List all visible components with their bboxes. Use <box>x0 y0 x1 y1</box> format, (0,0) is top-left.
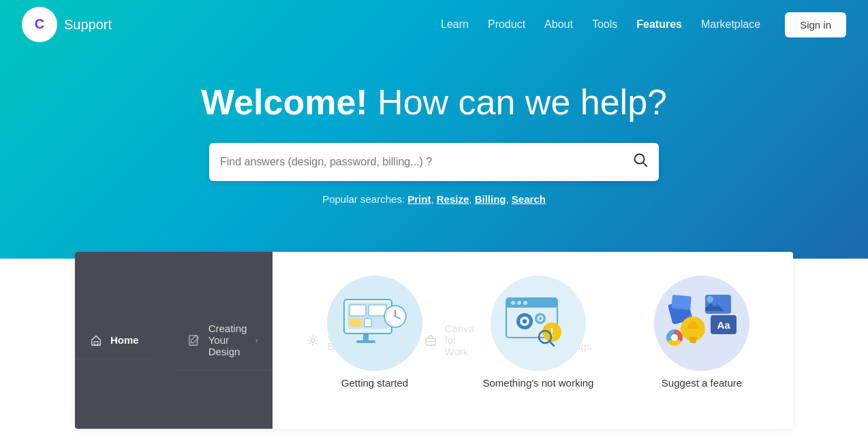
nav-tools[interactable]: Tools <box>592 18 617 31</box>
hero-title-normal: How can we help? <box>368 82 667 122</box>
chevron-right-icon-creating: › <box>255 336 258 345</box>
popular-resize[interactable]: Resize <box>437 193 469 205</box>
logo-support-text: Support <box>64 17 112 33</box>
chevron-right-icon-canvawork: › <box>482 336 485 345</box>
popular-label: Popular searches: <box>322 193 407 205</box>
svg-rect-49 <box>689 337 697 340</box>
warning-svg: ! <box>501 293 576 354</box>
svg-point-31 <box>523 301 527 305</box>
svg-rect-4 <box>94 341 97 344</box>
svg-point-37 <box>539 317 542 320</box>
sidebar-home-label: Home <box>110 334 139 346</box>
canva-logo-svg: C <box>27 12 52 37</box>
svg-rect-43 <box>671 295 692 310</box>
lightbulb-svg: Aa <box>664 291 739 356</box>
svg-rect-20 <box>369 305 386 316</box>
popular-searches: Popular searches: Print, Resize, Billing… <box>322 193 546 205</box>
edit-icon <box>188 334 200 346</box>
content-section: Home Creating Your Design › Account Basi… <box>75 252 793 429</box>
home-icon <box>90 334 102 346</box>
popular-print[interactable]: Print <box>407 193 431 205</box>
nav-learn[interactable]: Learn <box>441 18 469 31</box>
logo-link[interactable]: C Support <box>22 7 112 42</box>
sidebar-item-home[interactable]: Home <box>75 322 154 359</box>
sidebar-creating-label: Creating Your Design <box>208 323 247 357</box>
suggest-illustration: Aa <box>647 279 756 368</box>
getting-started-label: Getting started <box>341 377 408 389</box>
svg-rect-18 <box>356 340 375 343</box>
popular-search[interactable]: Search <box>512 193 546 205</box>
hero-title-bold: Welcome! <box>201 82 368 122</box>
svg-point-45 <box>707 296 713 303</box>
nav-product[interactable]: Product <box>488 18 525 31</box>
logo-icon: C <box>22 7 57 42</box>
signin-button[interactable]: Sign in <box>785 12 846 37</box>
header: C Support Learn Product About Tools Feat… <box>0 0 868 49</box>
suggest-label: Suggest a feature <box>662 377 742 389</box>
main-area: Getting started <box>273 252 804 429</box>
svg-line-41 <box>549 341 554 346</box>
search-input[interactable] <box>220 156 633 168</box>
search-button[interactable] <box>633 152 648 171</box>
gear-icon <box>307 334 319 346</box>
monitor-svg <box>337 293 412 354</box>
briefcase-icon <box>424 334 437 346</box>
svg-point-29 <box>511 301 515 305</box>
svg-rect-21 <box>350 319 362 327</box>
svg-point-34 <box>523 319 527 323</box>
nav-marketplace[interactable]: Marketplace <box>701 18 760 31</box>
svg-point-6 <box>311 338 315 342</box>
main-nav: Learn Product About Tools Features Marke… <box>441 12 846 37</box>
sidebar-item-canvawork[interactable]: Canva for Work › <box>409 310 500 370</box>
hero-title: Welcome! How can we help? <box>201 82 667 123</box>
svg-rect-50 <box>689 340 696 343</box>
svg-rect-22 <box>365 319 371 327</box>
svg-text:Aa: Aa <box>717 319 730 331</box>
nav-features[interactable]: Features <box>636 18 682 31</box>
card-suggest[interactable]: Aa Suggest a feature <box>634 279 770 389</box>
search-icon <box>633 152 648 167</box>
search-bar <box>209 143 659 181</box>
svg-line-3 <box>643 163 647 166</box>
chevron-right-icon-team: › <box>600 336 602 345</box>
svg-text:C: C <box>35 16 44 31</box>
svg-rect-19 <box>350 305 366 316</box>
nav-about[interactable]: About <box>544 18 573 31</box>
popular-billing[interactable]: Billing <box>475 193 506 205</box>
svg-point-30 <box>517 301 521 305</box>
sidebar-canvawork-label: Canva for Work <box>445 323 474 357</box>
sidebar-item-creating[interactable]: Creating Your Design › <box>173 310 273 370</box>
not-working-label: Something's not working <box>483 377 594 389</box>
svg-rect-17 <box>363 334 369 340</box>
sidebar: Home Creating Your Design › Account Basi… <box>75 252 273 429</box>
svg-point-52 <box>671 334 678 341</box>
